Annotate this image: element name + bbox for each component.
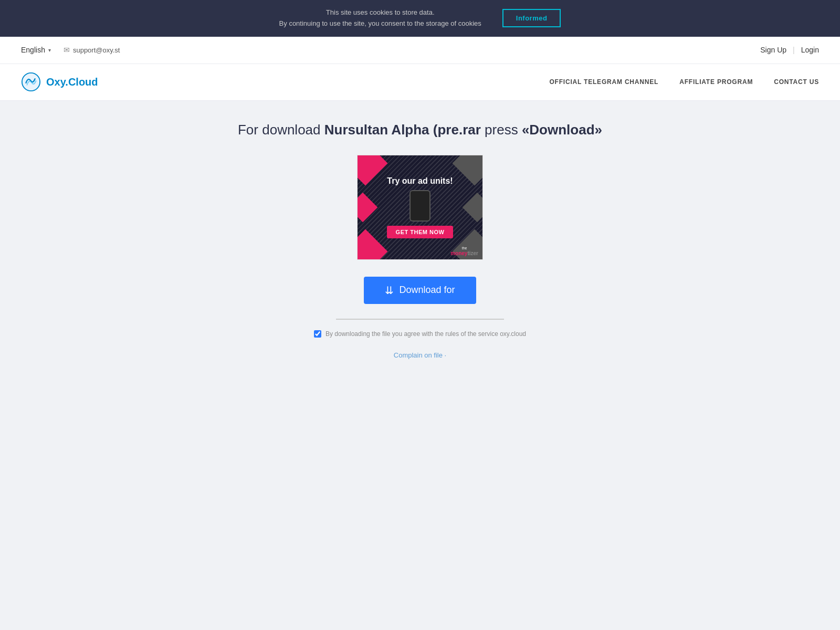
download-label: Download for xyxy=(399,285,455,296)
download-arrow-icon: ⇊ xyxy=(385,284,394,297)
cookie-text: This site uses cookies to store data. By… xyxy=(279,7,481,29)
download-button[interactable]: ⇊ Download for xyxy=(364,277,476,304)
nav-telegram[interactable]: OFFICIAL TELEGRAM CHANNEL xyxy=(549,78,658,86)
divider: | xyxy=(793,46,795,54)
ad-get-btn[interactable]: GET THEM NOW xyxy=(387,226,453,238)
cookie-line2: By continuing to use the site, you conse… xyxy=(279,19,481,27)
logo-part1: Oxy. xyxy=(46,76,68,88)
title-prefix: For download xyxy=(238,122,324,138)
logo[interactable]: Oxy.Cloud xyxy=(21,72,98,92)
top-bar: English ▾ ✉ support@oxy.st Sign Up | Log… xyxy=(0,37,840,64)
ad-try-text: Try our ad units! xyxy=(387,176,453,186)
title-suffix: press xyxy=(481,122,522,138)
filename: Nursultan Alpha (pre.rar xyxy=(324,122,481,138)
page-title: For download Nursultan Alpha (pre.rar pr… xyxy=(194,122,646,138)
ad-phone-graphic xyxy=(410,190,430,222)
cookie-line1: This site uses cookies to store data. xyxy=(326,8,435,16)
logo-icon xyxy=(21,72,41,92)
logo-text: Oxy.Cloud xyxy=(46,76,98,88)
nav-contact[interactable]: CONTACT US xyxy=(774,78,819,86)
header: Oxy.Cloud OFFICIAL TELEGRAM CHANNEL AFFI… xyxy=(0,64,840,101)
progress-line xyxy=(336,319,504,320)
main-content: For download Nursultan Alpha (pre.rar pr… xyxy=(184,101,656,381)
chevron-down-icon: ▾ xyxy=(48,47,51,53)
logo-part2: Cloud xyxy=(68,76,98,88)
ad-banner[interactable]: Try our ad units! GET THEM NOW the money… xyxy=(357,155,483,260)
email-icon: ✉ xyxy=(64,46,70,54)
main-nav: OFFICIAL TELEGRAM CHANNEL AFFILIATE PROG… xyxy=(549,78,819,86)
terms-label: By downloading the file you agree with t… xyxy=(326,330,526,338)
top-bar-right: Sign Up | Login xyxy=(760,46,819,54)
nav-affiliate[interactable]: AFFILIATE PROGRAM xyxy=(679,78,753,86)
language-selector[interactable]: English ▾ xyxy=(21,46,51,54)
top-bar-left: English ▾ ✉ support@oxy.st xyxy=(21,46,120,54)
ad-footer: the moneytizer xyxy=(450,245,478,256)
login-link[interactable]: Login xyxy=(801,46,819,54)
support-email: ✉ support@oxy.st xyxy=(64,46,120,54)
terms-checkbox[interactable] xyxy=(314,330,321,338)
ad-inner: Try our ad units! GET THEM NOW the money… xyxy=(358,155,482,259)
cookie-banner: This site uses cookies to store data. By… xyxy=(0,0,840,37)
cta-word: «Download» xyxy=(522,122,602,138)
complain-link[interactable]: Complain on file · xyxy=(394,351,446,359)
informed-button[interactable]: Informed xyxy=(502,9,561,27)
language-label: English xyxy=(21,46,45,54)
email-address: support@oxy.st xyxy=(73,46,120,54)
ad-content: Try our ad units! GET THEM NOW xyxy=(387,176,453,238)
checkbox-row: By downloading the file you agree with t… xyxy=(194,330,646,338)
signup-link[interactable]: Sign Up xyxy=(760,46,786,54)
